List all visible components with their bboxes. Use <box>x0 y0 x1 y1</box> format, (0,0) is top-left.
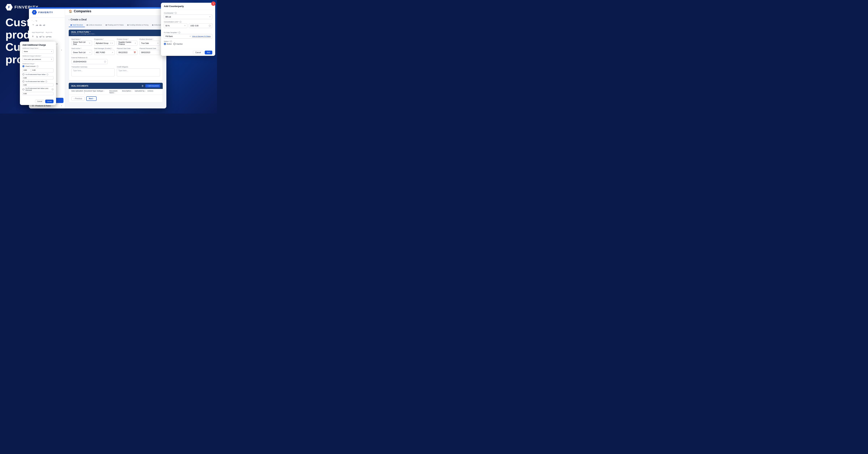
product-structure-group: Product Structure * True Sale ▾ <box>140 38 160 46</box>
fx-template-label: FX Rate Template * i <box>164 32 212 33</box>
deal-anchor-label: Deal Anchor * <box>71 47 92 49</box>
add-document-button[interactable]: + Add Document <box>145 84 160 88</box>
product-group-chevron: ▾ <box>135 42 136 44</box>
charge-label-text: Additional Charge * <box>23 63 54 65</box>
charge-collected-chevron: ▾ <box>51 58 52 60</box>
net-less-option[interactable]: % of Instrument Net Value Less Discount … <box>23 88 54 91</box>
conc-value-input[interactable]: USD 0.00 i <box>189 23 212 28</box>
next-label: Next <box>89 98 93 100</box>
conc-info: i <box>180 21 181 23</box>
charge-cancel-button[interactable]: Cancel <box>35 100 44 103</box>
fx-template-input[interactable]: FM Bank ✕ View & Manage FX Rates <box>164 34 212 39</box>
fx-template-value: FM Bank <box>165 35 189 37</box>
fx-info: i <box>179 32 180 33</box>
counterparty-modal: Add Counterparty Counterparty * i BB Ltd… <box>161 3 215 56</box>
deal-title: Create a Deal <box>70 18 87 21</box>
planned-renewal-value: 09/02/2023 <box>141 52 159 54</box>
tab-deal-structure-label: Deal Structure <box>72 24 83 26</box>
ext-ref-info: i <box>104 61 106 63</box>
credit-mitigants-input[interactable]: Type here... <box>117 68 160 76</box>
tab-fx-rates[interactable]: Floating and FX Rates <box>104 23 126 27</box>
ext-ref-input[interactable]: JDJDHSH43433 i <box>71 59 107 64</box>
charge-save-button[interactable]: Savee <box>45 100 54 103</box>
col-description: Description ↕ <box>122 90 135 94</box>
net-less-amount: 0.00 <box>24 93 27 95</box>
form-row-3: External Reference ID JDJDHSH43433 i <box>71 57 160 64</box>
deal-name-value: Green Tech Ltd Deal <box>73 41 89 45</box>
net-value-info: i <box>45 80 47 83</box>
deal-manager-input[interactable]: ABC FUND ▾ <box>94 50 115 55</box>
planned-renewal-input[interactable]: 09/02/2023 <box>140 50 160 55</box>
face-value-input[interactable]: 0.00 <box>23 76 54 79</box>
charge-collected-input[interactable]: From seller upon disbursal ▾ <box>23 57 54 61</box>
back-button[interactable]: ‹ <box>69 18 69 21</box>
product-structure-input[interactable]: True Sale ▾ <box>140 41 160 46</box>
counterparty-add-button[interactable]: Add <box>205 51 212 55</box>
counterparty-clear[interactable]: ✕ <box>209 16 211 18</box>
transaction-summary-input[interactable]: Type here... <box>71 68 115 76</box>
conc-pct-input[interactable]: 50 % ✕ <box>164 23 187 28</box>
face-value-option[interactable]: % of Instrument Face Value i <box>23 73 54 75</box>
tab-dot-2 <box>87 24 88 26</box>
inactive-option[interactable]: Inactive <box>174 43 182 45</box>
planned-start-label: Planned Start Date <box>117 47 137 49</box>
tab-funding-window[interactable]: Funding Window & Pricing <box>125 23 150 27</box>
active-radio <box>164 43 166 45</box>
conc-pct-value: 50 % <box>165 25 169 27</box>
amount-input[interactable]: 0.00 <box>31 68 54 72</box>
programme-clear[interactable]: ✕ <box>110 42 112 44</box>
programme-input[interactable]: Alphabet Group ✕ ▾ <box>94 41 115 46</box>
net-value-input[interactable]: 0.00 <box>23 83 54 87</box>
deal-manager-chevron: ▾ <box>112 52 113 53</box>
counterparty-info: i <box>175 12 177 14</box>
charge-name-group: Additional Charge Name * None ▾ <box>23 47 54 54</box>
deal-name-input[interactable]: Green Tech Ltd Deal ✕ <box>71 41 92 46</box>
charge-collected-group: Additional Charge Collected * From selle… <box>23 55 54 61</box>
deal-container: ‹ Create a Deal Deal Structure Limits & … <box>65 15 166 108</box>
deal-name-group: Deal Name * Green Tech Ltd Deal ✕ <box>71 38 92 46</box>
currency-select[interactable]: USD <box>23 68 31 72</box>
prev-arrow: ‹ <box>74 98 74 100</box>
net-value-amount: 0.00 <box>24 84 27 86</box>
face-value-info: i <box>46 73 48 75</box>
net-less-input[interactable]: 0.00 <box>23 92 54 95</box>
sidebar-item-programmes[interactable]: ◎ Programmes & Deals ▾ <box>29 108 65 108</box>
net-value-option[interactable]: % of Instrument Net Value i <box>23 80 54 83</box>
next-arrow: › <box>93 98 94 100</box>
notification-badge[interactable]: 1 <box>211 1 216 6</box>
conc-pct-clear[interactable]: ✕ <box>184 25 186 27</box>
tab-deal-structure[interactable]: Deal Structure <box>69 23 85 27</box>
app-top-bar <box>29 7 166 9</box>
active-option[interactable]: Active <box>164 43 172 45</box>
deal-anchor-group: Deal Anchor * Green Tech Ltd ▾ <box>71 47 92 55</box>
ext-ref-value: JDJDHSH43433 <box>73 61 104 63</box>
net-less-radio <box>23 88 24 90</box>
prev-label: Previous <box>75 98 82 100</box>
inactive-radio <box>174 43 176 45</box>
programme-value: Alphabet Group <box>96 42 110 44</box>
counterparty-input[interactable]: BB Ltd ✕ <box>164 14 212 19</box>
col-actions: Actions <box>147 90 160 94</box>
trash-button[interactable]: 🗑 <box>142 85 144 87</box>
fixed-amount-info: i <box>36 65 38 67</box>
transaction-summary-group: Transaction Summary Type here... <box>71 66 115 76</box>
view-manage-fx-link[interactable]: View & Manage FX Rates <box>192 35 211 37</box>
product-group-input[interactable]: Supplier Centric Finance ▾ <box>117 41 137 46</box>
charge-name-input[interactable]: None ▾ <box>23 49 54 54</box>
tab-limits[interactable]: Limits & Insurance <box>85 23 104 27</box>
fixed-amount-option[interactable]: Fixed Amount i <box>23 65 54 67</box>
counterparty-field-group: Counterparty * i BB Ltd ✕ <box>164 12 212 19</box>
deal-anchor-input[interactable]: Green Tech Ltd ▾ <box>71 50 92 55</box>
planned-start-input[interactable]: 09/12/2022 📅 <box>117 50 137 55</box>
charge-radio-group: Fixed Amount i USD 0.00 % of Instrument … <box>23 65 54 95</box>
conc-limit-row: 50 % ✕ USD 0.00 i <box>164 23 212 30</box>
prev-button[interactable]: ‹ Previous <box>71 97 85 101</box>
next-button[interactable]: Next › <box>86 96 97 101</box>
docs-actions: 🗑 + Add Document <box>142 84 160 88</box>
product-group-group: Product Group * Supplier Centric Finance… <box>117 38 137 46</box>
deal-name-clear[interactable]: ✕ <box>89 42 90 44</box>
form-row-4: Transaction Summary Type here... Credit … <box>71 66 160 76</box>
deal-manager-value: ABC FUND <box>96 52 112 54</box>
fx-clear[interactable]: ✕ <box>189 35 191 37</box>
counterparty-cancel-button[interactable]: Cancel <box>193 51 203 55</box>
